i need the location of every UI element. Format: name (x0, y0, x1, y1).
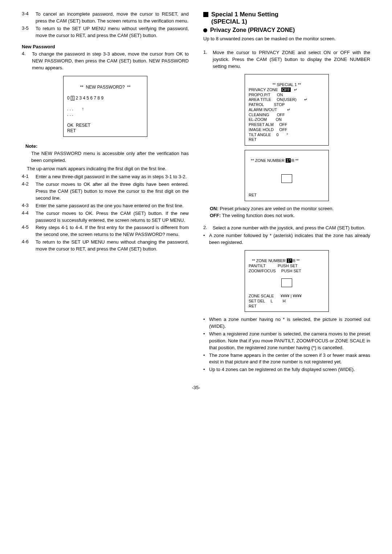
subsection-heading: Privacy Zone (PRIVACY ZONE) (203, 27, 370, 33)
step-text: Retry steps 4-1 to 4-4. If the first ent… (36, 224, 189, 238)
step-num: 4-3 (22, 203, 33, 209)
menu-ret: RET (249, 193, 257, 197)
step-num: 4-4 (22, 210, 33, 224)
menu-title: ** ZONE NUMBER 1*/8 ** (249, 258, 299, 263)
note-heading: Note: (25, 143, 189, 149)
special1-menu: ** SPECIAL 1 **PRIVACY ZONE OFF ↵ PROPO.… (245, 74, 329, 146)
step-3-4: 3-4 To cancel an incomplete password, mo… (22, 11, 189, 25)
menu-row: RET (249, 304, 257, 308)
menu-footer: OK RESET (67, 123, 90, 128)
step-text: The cursor moves to OK after all the thr… (36, 181, 189, 202)
step-text: To return to the SET UP MENU menu withou… (36, 239, 189, 253)
step-text: To change the password in step 3-3 above… (32, 51, 189, 72)
step-text: Move the cursor to PRIVACY ZONE and sele… (213, 49, 370, 70)
new-password-menu: ** NEW PASSWORD? ** 0 1 2 3 4 5 6 7 8 9 … (63, 76, 147, 137)
heading-line1: Special 1 Menu Setting (211, 11, 278, 18)
step-num: 4-5 (22, 224, 33, 238)
menu-row: RET (249, 137, 257, 142)
left-column: 3-4 To cancel an incomplete password, mo… (22, 11, 189, 374)
menu-row: CLEANING OFF (249, 113, 285, 117)
bullet-text: A zone number followed by * (asterisk) i… (209, 232, 370, 246)
zone-frame (249, 278, 325, 289)
bullet-text: Up to 4 zones can be registered on the f… (209, 366, 370, 373)
menu-row: PRESET ALM OFF (249, 122, 287, 127)
bullet: • A zone number followed by * (asterisk)… (203, 232, 370, 246)
intro-text: Up to 8 unwanted zones can be masked on … (203, 36, 370, 42)
menu-row: ZONE SCALE ¥¥¥¥ | ¥¥¥¥ (249, 294, 302, 298)
step-num: 3-5 (22, 25, 33, 39)
step-num: 4. (22, 51, 29, 72)
step-4-5: 4-5 Retry steps 4-1 to 4-4. If the first… (22, 224, 189, 238)
heading-text: Special 1 Menu Setting (SPECIAL 1) (211, 11, 278, 25)
menu-row: SET DEL L H (249, 299, 286, 303)
step-num: 4-1 (22, 174, 33, 180)
menu-row: PROPO.P/T ON (249, 93, 283, 97)
menu-row: EL-ZOOM ON (249, 117, 282, 122)
subheading-text: Privacy Zone (PRIVACY ZONE) (210, 27, 295, 33)
square-icon (203, 12, 208, 17)
step-num: 2. (203, 225, 210, 232)
menu-row: IMAGE HOLD OFF (249, 127, 287, 132)
step-text: Enter the same password as the one you h… (36, 203, 189, 209)
off-definition: OFF: The veiling function does not work. (210, 212, 370, 219)
menu-row: PRIVACY ZONE OFF ↵ (249, 87, 297, 92)
section-heading: Special 1 Menu Setting (SPECIAL 1) (203, 11, 370, 25)
menu-row: . . . (67, 112, 73, 117)
step-4: 4. To change the password in step 3-3 ab… (22, 51, 189, 72)
step-num: 3-4 (22, 11, 33, 25)
step-4-3: 4-3 Enter the same password as the one y… (22, 203, 189, 209)
step-text: Enter a new three-digit password in the … (36, 174, 189, 180)
menu-title: ** ZONE NUMBER 1*/8 ** (249, 158, 298, 163)
bullet-text: When a zone number having no * is select… (209, 316, 370, 330)
step-num: 1. (203, 49, 210, 70)
bullet-dot-icon: • (203, 352, 207, 366)
step-4-2: 4-2 The cursor moves to OK after all the… (22, 181, 189, 202)
bullet-text: The zone frame appears in the center of … (209, 352, 370, 366)
step-text: To return to the SET UP MENU menu withou… (36, 25, 189, 39)
bullet-dot-icon: • (203, 331, 207, 351)
new-password-heading: New Password (22, 44, 189, 49)
heading-line2: (SPECIAL 1) (211, 18, 247, 25)
uparrow-note: The up-arrow mark appears indicating the… (27, 166, 189, 172)
step-4-6: 4-6 To return to the SET UP MENU menu wi… (22, 239, 189, 253)
menu-row: ALARM IN/OUT ↵ (249, 107, 290, 112)
step-2: 2. Select a zone number with the joystic… (203, 225, 370, 232)
zone-square-icon (281, 278, 292, 287)
step-text: Select a zone number with the joystick, … (213, 225, 370, 232)
step-1: 1. Move the cursor to PRIVACY ZONE and s… (203, 49, 370, 70)
menu-title: ** NEW PASSWORD? ** (67, 85, 143, 90)
def-text: Preset privacy zones are veiled on the m… (220, 206, 334, 211)
def-label: OFF: (210, 213, 221, 218)
menu-footer: RET (67, 128, 76, 133)
step-num: 4-6 (22, 239, 33, 253)
step-4-1: 4-1 Enter a new three-digit password in … (22, 174, 189, 180)
zone-square-icon (281, 174, 292, 183)
zone-number-menu: ** ZONE NUMBER 1*/8 ** RET (245, 150, 329, 201)
menu-row: PATROL STOP (249, 102, 285, 107)
menu-row: ZOOM/FOCUS PUSH SET (249, 269, 301, 273)
zone-frame (249, 174, 325, 184)
note-body: The NEW PASSWORD menu is accessible only… (31, 150, 189, 164)
bullet: • When a zone number having no * is sele… (203, 316, 370, 330)
def-label: ON: (210, 206, 219, 211)
menu-title: ** SPECIAL 1 ** (249, 82, 325, 87)
bullet-dot-icon: • (203, 232, 207, 246)
dot-icon (203, 28, 207, 32)
menu-digits: 0 1 2 3 4 5 6 7 8 9 (67, 95, 103, 101)
bullet: • When a registered zone number is selec… (203, 331, 370, 351)
step-text: The cursor moves to OK. Press the CAM (S… (36, 210, 189, 224)
bullet-dot-icon: • (203, 366, 207, 373)
step-num: 4-2 (22, 181, 33, 202)
menu-row: PAN/TILT PUSH SET (249, 264, 298, 268)
zone-number-detail-menu: ** ZONE NUMBER 1*/8 ** PAN/TILT PUSH SET… (245, 250, 329, 312)
bullet-text: When a registered zone number is selecte… (209, 331, 370, 351)
bullet: • Up to 4 zones can be registered on the… (203, 366, 370, 373)
step-4-4: 4-4 The cursor moves to OK. Press the CA… (22, 210, 189, 224)
on-definition: ON: Preset privacy zones are veiled on t… (210, 205, 370, 212)
right-column: Special 1 Menu Setting (SPECIAL 1) Priva… (203, 11, 370, 374)
step-text: To cancel an incomplete password, move t… (36, 11, 189, 25)
def-text: The veiling function does not work. (222, 213, 295, 218)
menu-row: . . . ↑ (67, 106, 84, 111)
menu-row: TILT ANGLE 0 ° (249, 133, 288, 137)
step-3-5: 3-5 To return to the SET UP MENU menu wi… (22, 25, 189, 39)
